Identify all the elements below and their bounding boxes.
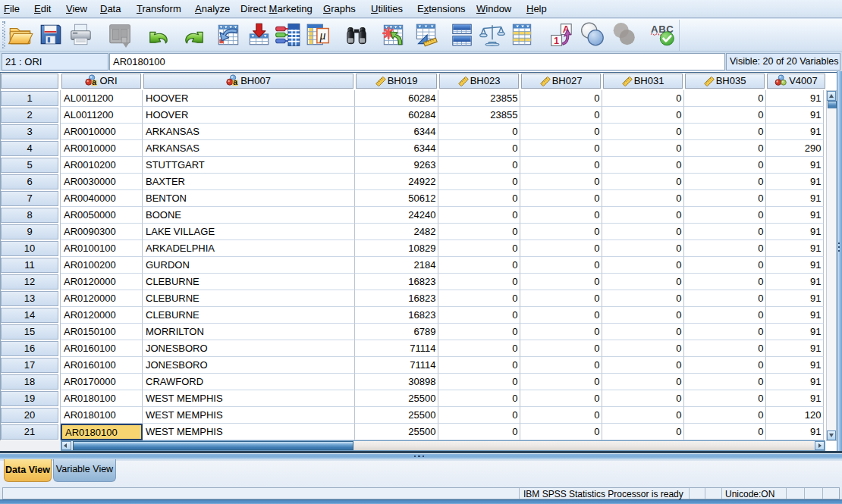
svg-text:a: a xyxy=(233,77,237,86)
svg-text:μ: μ xyxy=(319,29,326,42)
svg-text:a: a xyxy=(93,77,97,86)
svg-text:1: 1 xyxy=(554,35,559,45)
